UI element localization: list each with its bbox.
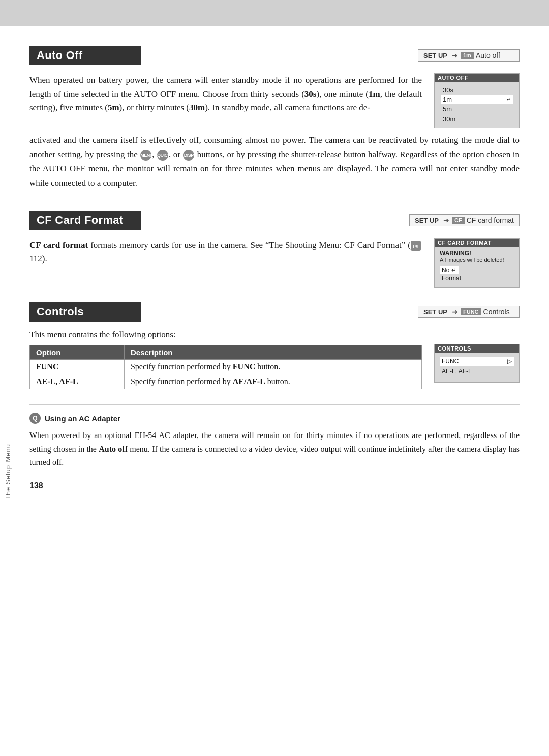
cf-text: CF card format formats memory cards for … bbox=[29, 238, 422, 288]
table-row: AE-L, AF-L Specify function performed by… bbox=[30, 374, 422, 389]
cf-screenshot: CF CARD FORMAT WARNING! All images will … bbox=[434, 238, 520, 288]
bold-1m: 1m bbox=[369, 89, 380, 99]
controls-header: Controls SET UP ➜ FUNC Controls bbox=[29, 302, 520, 322]
cf-nav: SET UP ➜ CF CF card format bbox=[409, 214, 520, 226]
cf-screenshot-header: CF CARD FORMAT bbox=[435, 239, 519, 247]
auto-off-nav: SET UP ➜ 1m Auto off bbox=[418, 49, 520, 62]
controls-nav: SET UP ➜ FUNC Controls bbox=[418, 306, 520, 318]
table-cell-ael: AE-L, AF-L bbox=[30, 374, 125, 389]
table-header-description: Description bbox=[124, 345, 421, 360]
controls-screenshot-header: CONTROLS bbox=[435, 344, 519, 353]
table-cell-ael-desc: Specify function performed by AE/AF-L bu… bbox=[124, 374, 421, 389]
page-number: 138 bbox=[29, 481, 520, 490]
auto-off-nav-arrow: ➜ bbox=[452, 51, 458, 60]
controls-title: Controls bbox=[29, 302, 141, 322]
cf-nav-label: SET UP bbox=[415, 217, 439, 224]
auto-off-item-30s: 30s bbox=[441, 85, 513, 95]
cf-body: CF card format formats memory cards for … bbox=[29, 238, 520, 288]
ref-icon: pg bbox=[411, 241, 421, 251]
auto-off-screenshot: AUTO OFF 30s 1m ↵ 5m 30m bbox=[434, 73, 520, 128]
page: Auto Off SET UP ➜ 1m Auto off When opera… bbox=[0, 0, 549, 756]
cf-bold: CF card format bbox=[29, 240, 88, 250]
disp-button-icon: DISP bbox=[183, 150, 194, 161]
cf-screenshot-content: WARNING! All images will be deleted! No … bbox=[435, 247, 519, 287]
cf-para: CF card format formats memory cards for … bbox=[29, 238, 422, 266]
auto-off-screenshot-content: 30s 1m ↵ 5m 30m bbox=[435, 82, 519, 128]
auto-off-item-1m: 1m ↵ bbox=[441, 95, 513, 104]
cf-nav-text: CF card format bbox=[467, 216, 514, 224]
controls-screenshot-content: FUNC ▷ AE-L, AF-L bbox=[435, 353, 519, 382]
bold-30m: 30m bbox=[189, 103, 205, 112]
cf-selected-arrow: ↵ bbox=[451, 267, 456, 274]
quick-button-icon: QUICK bbox=[157, 150, 168, 161]
controls-sc-ael: AE-L, AF-L bbox=[440, 367, 514, 376]
cf-header: CF Card Format SET UP ➜ CF CF card forma… bbox=[29, 211, 520, 230]
main-content: Auto Off SET UP ➜ 1m Auto off When opera… bbox=[0, 26, 549, 505]
controls-nav-text: Controls bbox=[483, 308, 510, 316]
bold-5m: 5m bbox=[108, 103, 119, 112]
auto-off-nav-label: SET UP bbox=[423, 52, 447, 60]
auto-off-text: When operated on battery power, the came… bbox=[29, 73, 422, 128]
auto-off-item-30m: 30m bbox=[441, 114, 513, 124]
controls-sc-func: FUNC ▷ bbox=[440, 357, 514, 366]
auto-off-body: When operated on battery power, the came… bbox=[29, 73, 520, 128]
table-row: FUNC Specify function performed by FUNC … bbox=[30, 360, 422, 374]
table-header-row: Option Description bbox=[30, 345, 422, 360]
controls-body: This menu contains the following options… bbox=[29, 330, 520, 389]
selected-arrow: ↵ bbox=[507, 97, 511, 102]
auto-off-para1: When operated on battery power, the came… bbox=[29, 73, 422, 115]
table-header-option: Option bbox=[30, 345, 125, 360]
controls-right: This menu contains the following options… bbox=[29, 330, 520, 389]
controls-func-label: FUNC bbox=[442, 358, 459, 365]
controls-screenshot: CONTROLS FUNC ▷ AE-L, AF-L bbox=[434, 344, 520, 383]
ael-desc-bold: AE/AF-L bbox=[233, 377, 265, 386]
cf-title: CF Card Format bbox=[29, 211, 141, 230]
side-label: The Setup Menu bbox=[4, 444, 12, 500]
controls-left: This menu contains the following options… bbox=[29, 330, 422, 389]
ac-text: When powered by an optional EH-54 AC ada… bbox=[29, 429, 520, 469]
ac-icon: Q bbox=[29, 413, 41, 424]
auto-off-title: Auto Off bbox=[29, 46, 141, 65]
controls-nav-icon: FUNC bbox=[461, 308, 481, 315]
or-text: or bbox=[173, 150, 180, 159]
table-cell-func: FUNC bbox=[30, 360, 125, 374]
cf-nav-icon: CF bbox=[452, 217, 465, 224]
bold-30s: 30s bbox=[304, 89, 317, 99]
divider1 bbox=[29, 196, 520, 206]
auto-off-header: Auto Off SET UP ➜ 1m Auto off bbox=[29, 46, 520, 65]
table-cell-func-desc: Specify function performed by FUNC butto… bbox=[124, 360, 421, 374]
controls-nav-label: SET UP bbox=[423, 308, 447, 316]
top-bar bbox=[0, 0, 549, 26]
controls-intro: This menu contains the following options… bbox=[29, 330, 422, 340]
divider2 bbox=[29, 288, 520, 297]
cf-option-no: No ↵ bbox=[440, 266, 459, 274]
controls-func-arrow: ▷ bbox=[507, 358, 512, 365]
ac-bold1: Auto off bbox=[99, 445, 128, 453]
ael-bold: AE-L, AF-L bbox=[36, 377, 78, 386]
func-bold: FUNC bbox=[36, 362, 58, 371]
auto-off-screenshot-header: AUTO OFF bbox=[435, 74, 519, 82]
ac-title: Q Using an AC Adapter bbox=[29, 413, 520, 424]
cf-options: No ↵ bbox=[440, 266, 514, 274]
auto-off-item-5m: 5m bbox=[441, 104, 513, 114]
cf-warning-title: WARNING! bbox=[440, 250, 514, 257]
menu-button-icon: MENU bbox=[140, 150, 151, 161]
cf-nav-arrow: ➜ bbox=[443, 216, 449, 224]
ac-section: Q Using an AC Adapter When powered by an… bbox=[29, 404, 520, 469]
cf-option-format: Format bbox=[440, 274, 514, 282]
func-desc-bold: FUNC bbox=[233, 362, 255, 371]
auto-off-continuation: activated and the camera itself is effec… bbox=[29, 133, 520, 190]
cf-warning-text: All images will be deleted! bbox=[440, 257, 514, 263]
controls-table: Option Description FUNC Specify function… bbox=[29, 345, 422, 389]
auto-off-nav-icon: 1m bbox=[461, 52, 474, 59]
controls-nav-arrow: ➜ bbox=[452, 308, 458, 316]
auto-off-nav-text: Auto off bbox=[476, 51, 500, 60]
ac-title-text: Using an AC Adapter bbox=[45, 414, 120, 423]
